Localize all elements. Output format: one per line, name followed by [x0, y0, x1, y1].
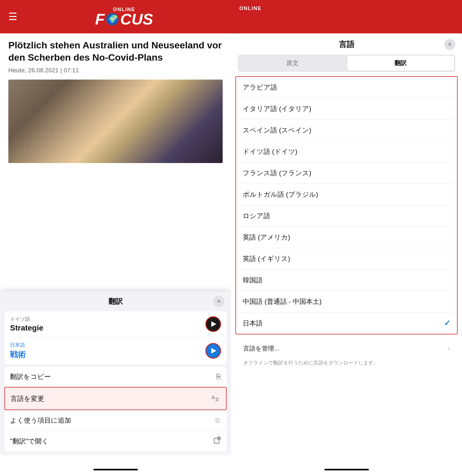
- play-icon: [211, 321, 216, 327]
- translation-word-section: ドイツ語 Strategie 日本語 戦術: [4, 311, 227, 364]
- source-lang-label: ドイツ語: [10, 316, 43, 322]
- action-list: 翻訳をコピー ⎘ 言語を変更 A 文 よく使う項目に追加 ☆ "翻訳"で開く: [4, 367, 227, 452]
- language-list: アラビア語 イタリア語 (イタリア) スペイン語 (スペイン) ドイツ語 (ドイ…: [236, 77, 457, 334]
- external-link-icon: [213, 436, 221, 446]
- manage-language-section: 言語を管理... › オフラインで翻訳を行うために言語をダウンロードします。: [231, 334, 462, 368]
- target-word-info: 日本語 戦術: [10, 342, 26, 360]
- article-meta: Heute, 26.08.2021 | 07:11: [8, 67, 223, 74]
- copy-translation-item[interactable]: 翻訳をコピー ⎘: [4, 367, 227, 387]
- target-word-row: 日本語 戦術: [4, 337, 227, 364]
- article-content: Plötzlich stehen Australien und Neuseela…: [0, 33, 231, 169]
- lang-modal-header: 言語 ×: [231, 33, 462, 50]
- logo-globe-icon: 🌍: [106, 13, 118, 25]
- language-name: 日本語: [243, 319, 263, 328]
- logo-container: ONLINE F 🌍 CUS: [26, 7, 223, 27]
- tab-translation[interactable]: 翻訳: [347, 56, 454, 71]
- article-title: Plötzlich stehen Australien und Neuseela…: [8, 39, 223, 63]
- app-header: ☰ ONLINE F 🌍 CUS: [0, 0, 231, 33]
- target-lang-label: 日本語: [10, 342, 26, 348]
- translation-close-button[interactable]: ×: [213, 296, 224, 307]
- source-word-row: ドイツ語 Strategie: [4, 311, 227, 337]
- left-panel: ☰ ONLINE F 🌍 CUS Plötzlich stehen Austra…: [0, 0, 231, 476]
- chevron-right-icon: ›: [448, 345, 450, 352]
- language-item[interactable]: 英語 (イギリス): [236, 248, 457, 270]
- manage-language-desc: オフラインで翻訳を行うために言語をダウンロードします。: [238, 357, 455, 366]
- translate-icon: A 文: [212, 393, 220, 404]
- language-modal: 言語 × 原文 翻訳 アラビア語 イタリア語 (イタリア) スペイン語 (スペイ…: [231, 33, 462, 476]
- play-icon: [211, 348, 216, 354]
- add-favorite-item[interactable]: よく使う項目に追加 ☆: [4, 410, 227, 431]
- target-word-text: 戦術: [10, 349, 26, 360]
- right-app-header: ONLINE: [231, 0, 462, 33]
- panel-header: 翻訳 ×: [0, 296, 231, 311]
- hamburger-icon[interactable]: ☰: [8, 12, 17, 22]
- manage-language-label: 言語を管理...: [243, 344, 279, 353]
- language-name: 英語 (アメリカ): [243, 233, 290, 242]
- logo-focus: F 🌍 CUS: [95, 11, 153, 27]
- tab-translation-label: 翻訳: [394, 60, 407, 66]
- copy-icon: ⎘: [216, 372, 221, 381]
- language-item[interactable]: 韓国語: [236, 270, 457, 291]
- open-translate-label: "翻訳"で開く: [10, 437, 49, 446]
- lang-modal-title: 言語: [249, 39, 444, 50]
- article-image: [8, 80, 223, 163]
- language-close-button[interactable]: ×: [444, 39, 455, 50]
- tab-original-label: 原文: [286, 60, 299, 66]
- language-name: 中国語 (普通話 - 中国本土): [243, 297, 322, 306]
- language-name: アラビア語: [243, 83, 277, 92]
- selected-checkmark: ✓: [444, 319, 450, 328]
- language-name: イタリア語 (イタリア): [243, 104, 311, 113]
- language-name: ドイツ語 (ドイツ): [243, 147, 297, 156]
- right-online-label: ONLINE: [239, 6, 262, 11]
- close-icon: ×: [217, 298, 221, 305]
- logo-f: F: [95, 11, 105, 27]
- language-name: 韓国語: [243, 276, 263, 285]
- star-icon: ☆: [214, 416, 221, 425]
- language-item[interactable]: フランス語 (フランス): [236, 162, 457, 184]
- language-name: ロシア語: [243, 211, 270, 220]
- language-item[interactable]: アラビア語: [236, 77, 457, 98]
- language-name: ポルトガル語 (ブラジル): [243, 190, 318, 199]
- translation-panel: 翻訳 × ドイツ語 Strategie 日本語 戦術: [0, 291, 231, 454]
- change-language-label: 言語を変更: [11, 394, 44, 403]
- open-translate-item[interactable]: "翻訳"で開く: [4, 431, 227, 452]
- language-item[interactable]: ロシア語: [236, 205, 457, 227]
- change-language-item[interactable]: 言語を変更 A 文: [4, 387, 227, 410]
- right-home-indicator: [324, 469, 369, 470]
- source-word-info: ドイツ語 Strategie: [10, 316, 43, 332]
- language-name: 英語 (イギリス): [243, 254, 290, 263]
- language-item[interactable]: 中国語 (普通話 - 中国本土): [236, 291, 457, 312]
- svg-text:文: 文: [215, 397, 219, 402]
- play-target-button[interactable]: [205, 343, 221, 359]
- add-favorite-label: よく使う項目に追加: [10, 416, 71, 425]
- language-list-container: アラビア語 イタリア語 (イタリア) スペイン語 (スペイン) ドイツ語 (ドイ…: [235, 76, 458, 334]
- panel-title: 翻訳: [18, 297, 213, 306]
- language-item[interactable]: イタリア語 (イタリア): [236, 98, 457, 120]
- close-icon: ×: [448, 41, 452, 48]
- language-item[interactable]: ポルトガル語 (ブラジル): [236, 184, 457, 205]
- language-item[interactable]: 英語 (アメリカ): [236, 227, 457, 248]
- logo-cus: CUS: [120, 11, 153, 27]
- language-item[interactable]: スペイン語 (スペイン): [236, 120, 457, 141]
- source-word-text: Strategie: [10, 324, 43, 332]
- language-item[interactable]: ドイツ語 (ドイツ): [236, 141, 457, 162]
- svg-text:A: A: [212, 395, 215, 400]
- language-item[interactable]: 日本語 ✓: [236, 312, 457, 334]
- lang-tabs: 原文 翻訳: [238, 55, 455, 72]
- play-source-button[interactable]: [205, 316, 221, 332]
- copy-translation-label: 翻訳をコピー: [10, 372, 51, 381]
- home-indicator: [93, 469, 138, 470]
- language-name: スペイン語 (スペイン): [243, 126, 311, 135]
- manage-language-button[interactable]: 言語を管理... ›: [238, 340, 455, 357]
- language-name: フランス語 (フランス): [243, 169, 311, 177]
- tab-original[interactable]: 原文: [239, 56, 346, 71]
- right-panel: ONLINE 言語 × 原文 翻訳 アラビア語 イタリア語 (イタリア): [231, 0, 462, 476]
